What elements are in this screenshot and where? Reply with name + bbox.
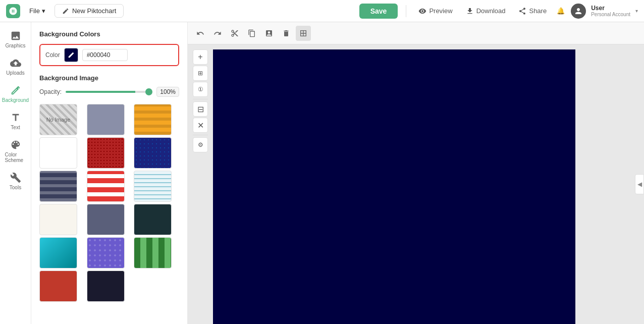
opacity-label: Opacity:	[39, 88, 62, 95]
opacity-slider[interactable]	[66, 91, 152, 93]
bg-thumb-no-image[interactable]: No Image	[39, 104, 77, 135]
opacity-value: 100%	[156, 87, 179, 97]
background-thumbnails-grid: No Image	[39, 104, 179, 302]
opacity-row: Opacity: 100%	[39, 87, 179, 97]
bg-thumb-red-hstripe[interactable]	[87, 171, 125, 202]
save-button[interactable]: Save	[359, 4, 398, 19]
bg-thumb-gray-dark[interactable]	[87, 204, 125, 235]
color-hex-input[interactable]	[82, 49, 128, 61]
color-picker-row: Color	[39, 44, 179, 66]
zoom-actual-button[interactable]: ①	[193, 82, 208, 97]
zoom-close-button[interactable]: ✕	[193, 118, 208, 133]
bg-thumb-blue-dots[interactable]	[134, 137, 172, 169]
bg-image-title: Background Image	[39, 74, 179, 82]
bg-thumb-white[interactable]	[39, 137, 77, 169]
download-button[interactable]: Download	[462, 5, 510, 17]
bg-thumb-dark-stripe[interactable]	[39, 171, 77, 202]
new-chart-button[interactable]: New Piktochart	[55, 4, 124, 18]
bg-thumb-red-dots[interactable]	[87, 137, 125, 169]
color-swatch-button[interactable]	[64, 48, 78, 62]
main-layout: Graphics Uploads Background Text Color S…	[0, 22, 644, 324]
bg-thumb-cream[interactable]	[39, 204, 77, 235]
zoom-divider2	[193, 135, 208, 135]
logo-icon[interactable]	[6, 4, 20, 18]
sidebar-item-tools[interactable]: Tools	[2, 168, 29, 194]
share-button[interactable]: Share	[514, 5, 551, 17]
user-info: User Personal Account	[591, 5, 630, 17]
bg-thumb-dark-teal[interactable]	[134, 204, 172, 235]
delete-button[interactable]	[279, 26, 294, 41]
notification-bell-icon[interactable]: 🔔	[556, 6, 566, 16]
collapse-panel-button[interactable]: ◀	[635, 174, 644, 194]
zoom-controls: + ⊞ ① ⊟ ✕ ⚙	[193, 49, 208, 152]
bg-thumb-red-solid[interactable]	[39, 271, 77, 302]
preview-button[interactable]: Preview	[414, 5, 456, 17]
undo-button[interactable]	[193, 26, 208, 41]
bg-thumb-gray[interactable]	[87, 104, 125, 135]
sidebar-item-uploads[interactable]: Uploads	[2, 53, 29, 80]
bg-thumb-purple-pattern[interactable]	[87, 237, 125, 268]
sidebar-item-color-scheme[interactable]: Color Scheme	[2, 135, 29, 167]
redo-button[interactable]	[210, 26, 225, 41]
bg-thumb-dark-solid[interactable]	[87, 271, 125, 302]
user-menu-chevron-icon[interactable]: ▾	[635, 8, 638, 14]
cut-button[interactable]	[227, 26, 242, 41]
bg-thumb-teal-grad[interactable]	[39, 237, 77, 268]
bg-thumb-green-stripe[interactable]	[134, 237, 172, 268]
zoom-fit-button[interactable]: ⊞	[193, 66, 208, 81]
toolbar	[188, 22, 644, 44]
bg-colors-title: Background Colors	[39, 30, 179, 38]
settings-button[interactable]: ⚙	[193, 137, 208, 152]
sidebar-item-text[interactable]: Text	[2, 108, 29, 134]
duplicate-button[interactable]	[261, 26, 277, 41]
zoom-divider	[193, 99, 208, 99]
copy-button[interactable]	[244, 26, 259, 41]
color-label: Color	[45, 51, 60, 59]
grid-toggle-button[interactable]	[296, 26, 311, 41]
canvas[interactable]	[213, 49, 575, 324]
sidebar-item-background[interactable]: Background	[2, 81, 29, 107]
bg-thumb-no-image-label: No Image	[46, 117, 71, 123]
nav-divider	[406, 5, 406, 17]
file-menu[interactable]: File ▾	[25, 5, 49, 17]
zoom-stack-button[interactable]: ⊟	[193, 101, 208, 117]
bg-thumb-orange-stripe[interactable]	[134, 104, 172, 135]
avatar[interactable]	[571, 4, 586, 19]
zoom-in-button[interactable]: +	[193, 49, 208, 65]
sidebar: Graphics Uploads Background Text Color S…	[0, 22, 31, 324]
sidebar-item-graphics[interactable]: Graphics	[2, 26, 29, 52]
background-panel: Background Colors Color Background Image…	[31, 22, 188, 324]
canvas-wrapper[interactable]: + ⊞ ① ⊟ ✕ ⚙ ◀	[188, 44, 644, 324]
bg-thumb-wave[interactable]	[134, 171, 172, 202]
topnav: File ▾ New Piktochart Save Preview Downl…	[0, 0, 644, 22]
canvas-area: + ⊞ ① ⊟ ✕ ⚙ ◀	[188, 22, 644, 324]
